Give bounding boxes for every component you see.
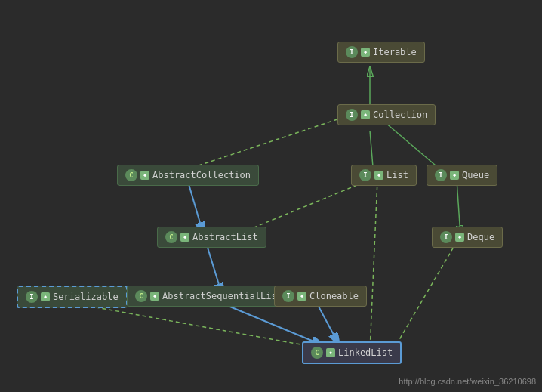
node-iterable: I ◆ Iterable [337, 42, 425, 63]
leaf-deque: ◆ [455, 233, 464, 242]
leaf-linked-list: ◆ [326, 348, 335, 357]
badge-serializable: I [26, 291, 38, 303]
badge-deque: I [440, 231, 452, 243]
badge-cloneable: I [282, 290, 294, 302]
watermark: http://blog.csdn.net/weixin_36210698 [399, 377, 536, 386]
node-list: I ◆ List [351, 165, 417, 186]
node-queue: I ◆ Queue [427, 165, 497, 186]
label-abstract-list: AbstractList [192, 232, 258, 242]
leaf-list: ◆ [374, 171, 383, 180]
node-deque: I ◆ Deque [432, 227, 503, 248]
svg-line-8 [370, 180, 377, 351]
badge-queue: I [435, 169, 447, 181]
leaf-cloneable: ◆ [297, 292, 306, 301]
node-serializable[interactable]: I ◆ Serializable [17, 286, 128, 308]
badge-collection: I [346, 109, 358, 121]
badge-abstract-sequential-list: C [135, 290, 147, 302]
svg-line-11 [75, 304, 317, 347]
label-collection: Collection [373, 110, 427, 120]
label-iterable: Iterable [373, 47, 417, 57]
label-serializable: Serializable [53, 292, 119, 302]
badge-linked-list: C [311, 347, 323, 359]
leaf-queue: ◆ [450, 171, 459, 180]
leaf-collection: ◆ [361, 110, 370, 119]
leaf-serializable: ◆ [41, 292, 50, 301]
svg-line-10 [223, 304, 325, 346]
leaf-abstract-sequential-list: ◆ [150, 292, 159, 301]
label-list: List [386, 170, 408, 181]
node-linked-list[interactable]: C ◆ LinkedList [302, 341, 402, 364]
leaf-iterable: ◆ [361, 48, 370, 57]
svg-line-9 [393, 242, 457, 351]
node-cloneable: I ◆ Cloneable [274, 286, 367, 307]
diagram-container: I ◆ Iterable I ◆ Collection C ◆ Abstract… [0, 0, 542, 392]
svg-line-12 [317, 304, 340, 346]
label-queue: Queue [462, 170, 489, 181]
arrows-svg [0, 0, 542, 392]
node-collection: I ◆ Collection [337, 104, 436, 125]
node-abstract-collection: C ◆ AbstractCollection [117, 165, 259, 186]
badge-list: I [359, 169, 371, 181]
label-abstract-collection: AbstractCollection [152, 170, 251, 181]
badge-abstract-collection: C [125, 169, 137, 181]
badge-iterable: I [346, 46, 358, 58]
badge-abstract-list: C [165, 231, 177, 243]
label-deque: Deque [467, 232, 494, 242]
node-abstract-sequential-list: C ◆ AbstractSequentialList [127, 286, 291, 307]
label-cloneable: Cloneable [309, 291, 359, 301]
leaf-abstract-list: ◆ [180, 233, 189, 242]
label-linked-list: LinkedList [338, 347, 393, 358]
label-abstract-sequential-list: AbstractSequentialList [162, 291, 282, 301]
node-abstract-list: C ◆ AbstractList [157, 227, 266, 248]
leaf-abstract-collection: ◆ [140, 171, 149, 180]
